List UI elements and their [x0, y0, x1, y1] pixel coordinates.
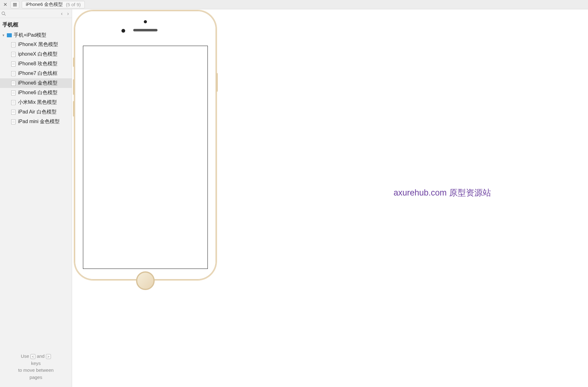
page-icon: [11, 119, 16, 124]
sidebar: ‹ › 手机框 ▼ 手机+iPad模型 iPhoneX 黑色模型 iphoneX…: [0, 9, 72, 387]
tree-item[interactable]: iPhone8 玫色模型: [0, 59, 72, 69]
earpiece-icon: [133, 29, 157, 31]
phone-mockup: [74, 10, 217, 280]
page-icon: [11, 62, 16, 67]
tree-item-label: iPhoneX 黑色模型: [18, 41, 58, 48]
tree-item[interactable]: iPhone6 金色模型: [0, 78, 72, 88]
tree-item-label: iPad Air 白色模型: [18, 109, 57, 115]
hint-text: pages: [30, 375, 42, 380]
home-button-icon: [136, 271, 155, 290]
volume-up-button: [73, 79, 74, 95]
page-icon: [11, 100, 16, 105]
tree-item-label: iphoneX 白色模型: [18, 51, 57, 58]
next-page-icon[interactable]: ›: [66, 11, 71, 16]
prev-page-icon[interactable]: ‹: [59, 11, 64, 16]
tree-folder-label: 手机+iPad模型: [14, 32, 46, 39]
tree-item[interactable]: iPhone6 白色模型: [0, 88, 72, 98]
tree-item-label: iPad mini 金色模型: [18, 118, 60, 125]
page-tab-title: iPhone6 金色模型: [26, 2, 63, 7]
hint-text: Use: [21, 353, 29, 359]
page-tab-counter: (5 of 9): [66, 2, 81, 7]
key-prev-icon: <: [30, 354, 35, 359]
key-next-icon: >: [46, 354, 51, 359]
page-icon: [11, 52, 16, 57]
sensor-icon: [121, 29, 125, 33]
page-icon: [11, 90, 16, 95]
tree-item-label: iPhone8 玫色模型: [18, 61, 57, 67]
tree-item[interactable]: iPad Air 白色模型: [0, 107, 72, 117]
hint-text: keys: [31, 361, 41, 366]
page-icon: [11, 42, 16, 47]
tree-item[interactable]: iphoneX 白色模型: [0, 49, 72, 59]
page-icon: [11, 71, 16, 76]
svg-line-4: [4, 14, 6, 16]
watermark: axurehub.com 原型资源站: [394, 187, 491, 198]
page-icon: [11, 81, 16, 86]
front-camera-icon: [144, 20, 147, 23]
tree-item-label: iPhone6 金色模型: [18, 80, 57, 86]
power-button: [217, 73, 218, 92]
search-icon[interactable]: [1, 11, 6, 16]
canvas[interactable]: axurehub.com 原型资源站: [72, 9, 588, 387]
menu-icon[interactable]: [11, 1, 19, 8]
mute-switch: [73, 58, 74, 67]
tree-item[interactable]: iPhoneX 黑色模型: [0, 40, 72, 49]
close-icon[interactable]: ×: [2, 1, 9, 8]
phone-screen: [83, 46, 208, 269]
tree-item[interactable]: iPhone7 白色线框: [0, 69, 72, 78]
page-tree: ▼ 手机+iPad模型 iPhoneX 黑色模型 iphoneX 白色模型 iP…: [0, 31, 72, 387]
hint-text: and: [37, 353, 44, 359]
hint-text: to move between: [18, 367, 53, 373]
tree-item-label: iPhone6 白色模型: [18, 90, 57, 96]
svg-point-3: [2, 12, 5, 15]
phone-body: [74, 10, 217, 280]
sidebar-title: 手机框: [0, 18, 72, 31]
volume-down-button: [73, 101, 74, 117]
caret-down-icon[interactable]: ▼: [2, 34, 5, 37]
folder-icon: [7, 33, 12, 37]
sidebar-hint: Use < and > keys to move between pages: [0, 353, 72, 381]
tree-item-label: iPhone7 白色线框: [18, 70, 57, 77]
sidebar-toolbar: ‹ ›: [0, 9, 72, 18]
tree-item[interactable]: iPad mini 金色模型: [0, 117, 72, 127]
page-tab[interactable]: iPhone6 金色模型 (5 of 9): [22, 1, 85, 8]
tree-folder[interactable]: ▼ 手机+iPad模型: [0, 31, 72, 40]
page-icon: [11, 110, 16, 115]
top-bar: × iPhone6 金色模型 (5 of 9): [0, 0, 588, 9]
tree-item[interactable]: 小米Mix 黑色模型: [0, 98, 72, 107]
tree-item-label: 小米Mix 黑色模型: [18, 99, 57, 106]
